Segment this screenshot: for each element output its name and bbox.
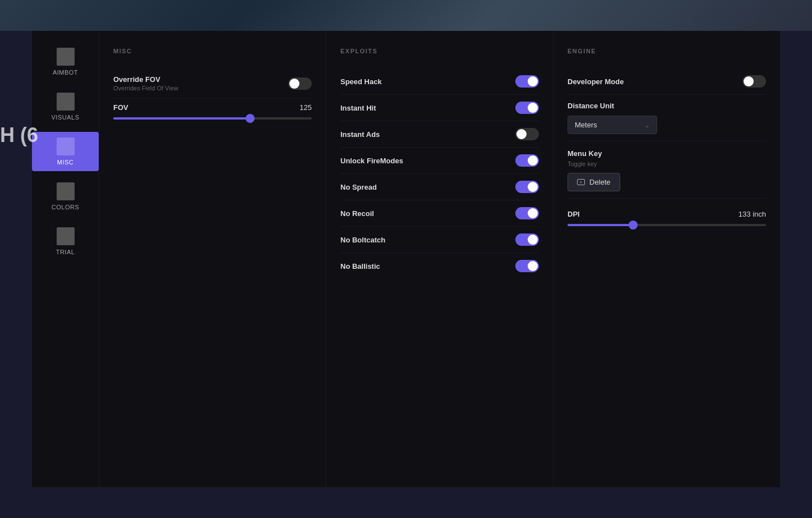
no-boltcatch-row: No Boltcatch [340,227,539,253]
fov-slider-fill [113,117,250,120]
keyboard-icon: ▪ [577,179,585,185]
override-fov-toggle[interactable] [288,77,312,90]
fov-slider-thumb[interactable] [246,114,255,123]
dpi-slider-fill [568,224,633,226]
speed-hack-thumb [528,76,538,86]
fov-slider-value: 125 [299,103,312,112]
distance-unit-row: Distance Unit Meters ⌄ [568,95,766,141]
override-fov-row: Override FOV Overrides Field Of View [113,68,312,99]
visuals-icon [57,93,75,111]
menu-key-desc: Toggle key [568,161,766,167]
no-ballistic-toggle[interactable] [515,260,539,272]
override-fov-thumb [289,79,299,89]
sidebar-item-visuals[interactable]: VISUALS [32,87,99,126]
developer-mode-row: Developer Mode [568,68,766,95]
dpi-slider-value: 133 inch [739,210,766,218]
developer-mode-toggle[interactable] [742,75,766,88]
trial-icon [57,227,75,245]
override-fov-name: Override FOV [113,75,178,84]
no-recoil-thumb [528,208,538,218]
menu-key-name: Menu Key [568,149,602,158]
sidebar-label-colors: COLORS [52,204,79,210]
exploits-panel-title: EXPLOITS [340,48,539,54]
no-ballistic-row: No Ballistic [340,253,539,279]
speed-hack-name: Speed Hack [340,77,382,86]
menu-key-value: Delete [589,178,611,186]
distance-unit-selected: Meters [575,121,597,129]
no-spread-toggle[interactable] [515,181,539,193]
sidebar-label-trial: TRIAL [56,249,75,255]
engine-panel: ENGINE Developer Mode Distance Unit Mete… [553,31,780,487]
developer-mode-name: Developer Mode [568,77,624,86]
no-spread-name: No Spread [340,183,377,191]
speed-hack-toggle[interactable] [515,75,539,88]
instant-hit-row: Instant Hit [340,95,539,121]
sidebar-item-colors[interactable]: COLORS [32,177,99,216]
menu-key-section: Menu Key Toggle key ▪ Delete [568,141,766,199]
misc-panel-title: MISC [113,48,312,54]
fov-slider-label: FOV [113,103,128,112]
aimbot-icon [57,48,75,66]
main-container: AIMBOT VISUALS MISC COLORS TRIAL MISC [32,31,780,487]
no-ballistic-thumb [528,261,538,271]
unlock-firemodes-row: Unlock FireModes [340,148,539,174]
instant-ads-thumb [516,129,527,139]
speed-hack-row: Speed Hack [340,68,539,95]
instant-hit-name: Instant Hit [340,104,376,112]
unlock-firemodes-name: Unlock FireModes [340,157,403,165]
no-recoil-row: No Recoil [340,200,539,227]
menu-key-button[interactable]: ▪ Delete [568,173,620,191]
engine-panel-title: ENGINE [568,48,766,54]
fov-slider-container: FOV 125 [113,103,312,120]
no-spread-thumb [528,182,538,192]
developer-mode-thumb [744,76,754,86]
exploits-panel: EXPLOITS Speed Hack Instant Hit Instant … [326,31,553,487]
override-fov-info: Override FOV Overrides Field Of View [113,75,178,91]
fov-slider-header: FOV 125 [113,103,312,112]
dpi-slider-header: DPI 133 inch [568,210,766,218]
no-spread-row: No Spread [340,174,539,200]
no-recoil-toggle[interactable] [515,207,539,219]
sidebar-item-misc[interactable]: MISC [32,132,99,171]
instant-hit-toggle[interactable] [515,102,539,114]
sidebar-label-aimbot: AIMBOT [53,69,78,76]
colors-icon [57,182,75,200]
dpi-slider-label: DPI [568,210,580,218]
no-boltcatch-thumb [528,235,538,245]
background-bar [0,0,812,31]
distance-unit-name: Distance Unit [568,102,614,110]
sidebar-item-trial[interactable]: TRIAL [32,222,99,261]
instant-ads-row: Instant Ads [340,121,539,148]
content-area: MISC Override FOV Overrides Field Of Vie… [99,31,780,487]
dpi-slider-container: DPI 133 inch [568,203,766,226]
sidebar-item-aimbot[interactable]: AIMBOT [32,42,99,81]
dropdown-chevron-icon: ⌄ [644,121,650,129]
no-boltcatch-toggle[interactable] [515,233,539,246]
unlock-firemodes-thumb [528,155,538,166]
sidebar-label-misc: MISC [57,159,74,166]
sidebar: AIMBOT VISUALS MISC COLORS TRIAL [32,31,99,487]
fov-slider-track[interactable] [113,117,312,120]
no-ballistic-name: No Ballistic [340,262,380,271]
dpi-slider-thumb[interactable] [629,221,638,230]
no-recoil-name: No Recoil [340,209,374,218]
no-boltcatch-name: No Boltcatch [340,236,385,244]
instant-ads-toggle[interactable] [515,128,539,140]
override-fov-desc: Overrides Field Of View [113,85,178,91]
instant-hit-thumb [528,103,538,113]
instant-ads-name: Instant Ads [340,130,380,139]
distance-unit-dropdown[interactable]: Meters ⌄ [568,116,657,134]
misc-panel: MISC Override FOV Overrides Field Of Vie… [99,31,326,487]
sidebar-label-visuals: VISUALS [52,114,80,121]
misc-icon [57,137,75,155]
dpi-slider-track[interactable] [568,224,766,226]
unlock-firemodes-toggle[interactable] [515,154,539,167]
menu-key-header: Menu Key [568,148,766,158]
